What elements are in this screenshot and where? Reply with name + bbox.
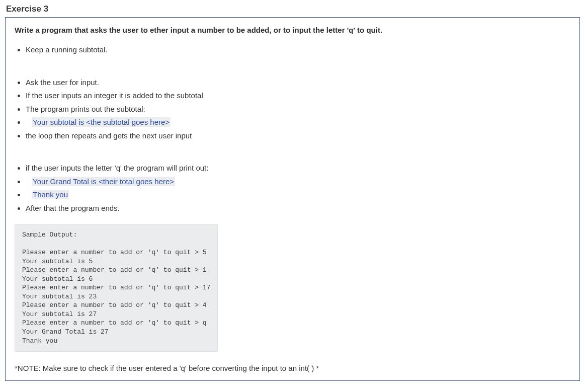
bullet-group-3: if the user inputs the letter 'q' the pr…: [15, 163, 570, 214]
list-item: Thank you: [26, 189, 570, 201]
list-item-text: If the user inputs an integer it is adde…: [26, 91, 203, 100]
highlight-text: Your Grand Total is <their total goes he…: [32, 177, 175, 186]
note-text: *NOTE: Make sure to check if the user en…: [15, 364, 570, 372]
bullet-group-2: Ask the user for input.If the user input…: [15, 77, 570, 142]
exercise-panel: Write a program that asks the user to et…: [5, 17, 580, 381]
list-item-text: The program prints out the subtotal:: [26, 105, 145, 113]
list-item: the loop then repeats and gets the next …: [26, 130, 570, 142]
list-item: Your Grand Total is <their total goes he…: [26, 176, 570, 188]
list-item: if the user inputs the letter 'q' the pr…: [26, 163, 570, 174]
intro-text: Write a program that asks the user to et…: [15, 26, 570, 34]
list-item: Ask the user for input.: [26, 77, 570, 89]
list-item-text: Keep a running subtotal.: [26, 45, 108, 54]
list-item: If the user inputs an integer it is adde…: [26, 90, 570, 102]
list-item: The program prints out the subtotal:: [26, 104, 570, 115]
list-item: Your subtotal is <the subtotal goes here…: [26, 117, 570, 128]
highlight-text: Your subtotal is <the subtotal goes here…: [32, 117, 171, 127]
list-item-text: the loop then repeats and gets the next …: [26, 131, 192, 140]
sample-output-codebox: Sample Output: Please enter a number to …: [15, 224, 218, 352]
list-item-text: if the user inputs the letter 'q' the pr…: [26, 164, 208, 172]
list-item: After that the program ends.: [26, 203, 570, 214]
list-item: Keep a running subtotal.: [26, 44, 570, 56]
list-item-text: Ask the user for input.: [26, 78, 99, 87]
list-item-text: After that the program ends.: [26, 204, 120, 212]
bullet-group-1: Keep a running subtotal.: [15, 44, 570, 56]
highlight-text: Thank you: [32, 190, 69, 199]
exercise-heading: Exercise 3: [6, 4, 580, 14]
